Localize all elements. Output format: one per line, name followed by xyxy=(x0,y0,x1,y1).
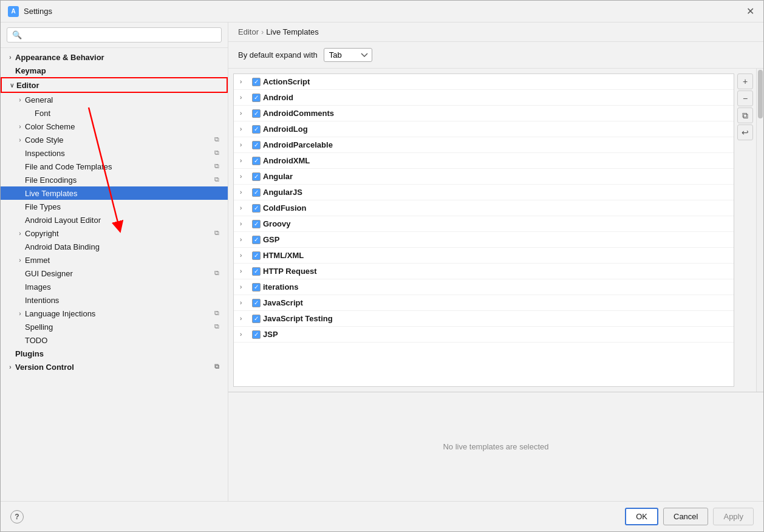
template-checkbox[interactable]: ✓ xyxy=(252,188,261,197)
template-checkbox[interactable]: ✓ xyxy=(252,330,261,339)
sidebar-item-version-control[interactable]: ›Version Control⧉ xyxy=(1,360,228,373)
template-chevron: › xyxy=(240,205,250,211)
sidebar-item-font[interactable]: ›Font xyxy=(1,106,228,120)
template-item[interactable]: › ✓ AndroidLog xyxy=(234,121,734,137)
tree-item-label: GUI Designer xyxy=(25,269,212,278)
template-item[interactable]: › ✓ AndroidParcelable xyxy=(234,137,734,153)
template-item[interactable]: › ✓ HTTP Request xyxy=(234,264,734,279)
main-content: ›Appearance & Behavior›Keymap∨Editor›Gen… xyxy=(1,22,763,501)
template-item[interactable]: › ✓ JavaScript xyxy=(234,295,734,311)
copy-template-button[interactable]: ⧉ xyxy=(737,107,753,123)
template-item[interactable]: › ✓ HTML/XML xyxy=(234,248,734,264)
template-item[interactable]: › ✓ iterations xyxy=(234,279,734,295)
sidebar-item-android-layout-editor[interactable]: ›Android Layout Editor xyxy=(1,213,228,227)
template-checkbox[interactable]: ✓ xyxy=(252,204,261,213)
template-label: JavaScript xyxy=(263,298,303,307)
tree-item-label: TODO xyxy=(25,336,223,345)
panel-toolbar: By default expand with Tab Enter Space xyxy=(228,42,763,69)
template-checkbox[interactable]: ✓ xyxy=(252,125,261,134)
sidebar-item-inspections[interactable]: ›Inspections⧉ xyxy=(1,146,228,160)
sidebar: ›Appearance & Behavior›Keymap∨Editor›Gen… xyxy=(1,22,228,501)
template-checkbox[interactable]: ✓ xyxy=(252,220,261,228)
sidebar-item-language-injections[interactable]: ›Language Injections⧉ xyxy=(1,307,228,320)
sidebar-item-appearance[interactable]: ›Appearance & Behavior xyxy=(1,50,228,64)
lower-panel: No live templates are selected xyxy=(228,392,763,501)
template-item[interactable]: › ✓ JSP xyxy=(234,327,734,343)
sidebar-item-plugins[interactable]: ›Plugins xyxy=(1,347,228,360)
sidebar-item-images[interactable]: ›Images xyxy=(1,280,228,293)
ok-button[interactable]: OK xyxy=(625,508,658,525)
template-chevron: › xyxy=(240,110,250,117)
template-chevron: › xyxy=(240,220,250,227)
template-item[interactable]: › ✓ AndroidXML xyxy=(234,153,734,169)
sidebar-item-general[interactable]: ›General xyxy=(1,93,228,106)
sidebar-tree: ›Appearance & Behavior›Keymap∨Editor›Gen… xyxy=(1,48,228,501)
template-checkbox[interactable]: ✓ xyxy=(252,236,261,244)
sidebar-item-file-types[interactable]: ›File Types xyxy=(1,200,228,213)
template-label: GSP xyxy=(263,235,279,244)
template-chevron: › xyxy=(240,157,250,164)
template-item[interactable]: › ✓ AngularJS xyxy=(234,185,734,200)
sidebar-item-editor[interactable]: ∨Editor xyxy=(1,77,228,93)
remove-template-button[interactable]: − xyxy=(737,90,753,106)
sidebar-item-color-scheme[interactable]: ›Color Scheme xyxy=(1,120,228,133)
undo-template-button[interactable]: ↩ xyxy=(737,124,753,140)
sidebar-item-todo[interactable]: ›TODO xyxy=(1,333,228,347)
help-button[interactable]: ? xyxy=(10,510,24,523)
expand-with-select[interactable]: Tab Enter Space xyxy=(324,48,372,62)
template-label: AndroidComments xyxy=(263,109,334,118)
template-checkbox[interactable]: ✓ xyxy=(252,94,261,102)
tree-item-label: Images xyxy=(25,282,223,292)
template-checkbox[interactable]: ✓ xyxy=(252,267,261,276)
close-button[interactable]: ✕ xyxy=(744,5,756,18)
template-checkbox[interactable]: ✓ xyxy=(252,157,261,165)
template-checkbox[interactable]: ✓ xyxy=(252,283,261,292)
sidebar-item-file-encodings[interactable]: ›File Encodings⧉ xyxy=(1,173,228,186)
tree-chevron: › xyxy=(15,121,25,131)
template-checkbox[interactable]: ✓ xyxy=(252,299,261,307)
sidebar-item-code-style[interactable]: ›Code Style⧉ xyxy=(1,133,228,146)
cancel-button[interactable]: Cancel xyxy=(663,508,708,525)
template-item[interactable]: › ✓ JavaScript Testing xyxy=(234,311,734,327)
template-label: Angular xyxy=(263,172,293,181)
template-label: AngularJS xyxy=(263,188,302,197)
sidebar-item-emmet[interactable]: ›Emmet xyxy=(1,253,228,267)
sidebar-item-spelling[interactable]: ›Spelling⧉ xyxy=(1,320,228,333)
template-item[interactable]: › ✓ ActionScript xyxy=(234,74,734,90)
template-checkbox[interactable]: ✓ xyxy=(252,315,261,323)
template-chevron: › xyxy=(240,268,250,275)
template-item[interactable]: › ✓ GSP xyxy=(234,232,734,248)
sidebar-item-keymap[interactable]: ›Keymap xyxy=(1,64,228,77)
template-chevron: › xyxy=(240,126,250,132)
template-checkbox[interactable]: ✓ xyxy=(252,251,261,260)
template-label: AndroidLog xyxy=(263,124,308,134)
template-chevron: › xyxy=(240,173,250,180)
search-input[interactable] xyxy=(7,27,222,43)
template-item[interactable]: › ✓ Groovy xyxy=(234,216,734,232)
breadcrumb-parent: Editor xyxy=(238,27,259,36)
sidebar-item-android-data-binding[interactable]: ›Android Data Binding xyxy=(1,240,228,253)
template-item[interactable]: › ✓ AndroidComments xyxy=(234,106,734,121)
apply-button[interactable]: Apply xyxy=(713,508,754,525)
template-chevron: › xyxy=(240,284,250,290)
template-checkbox[interactable]: ✓ xyxy=(252,172,261,181)
copy-icon: ⧉ xyxy=(214,322,223,331)
breadcrumb-separator: › xyxy=(261,27,264,36)
sidebar-item-intentions[interactable]: ›Intentions xyxy=(1,293,228,307)
sidebar-item-copyright[interactable]: ›Copyright⧉ xyxy=(1,227,228,240)
template-item[interactable]: › ✓ ColdFusion xyxy=(234,200,734,216)
template-label: HTTP Request xyxy=(263,267,317,276)
add-template-button[interactable]: + xyxy=(737,73,753,89)
template-item[interactable]: › ✓ Angular xyxy=(234,169,734,185)
tree-item-label: Inspections xyxy=(25,149,212,158)
sidebar-item-file-and-code-templates[interactable]: ›File and Code Templates⧉ xyxy=(1,160,228,173)
tree-item-label: Android Data Binding xyxy=(25,242,223,251)
template-checkbox[interactable]: ✓ xyxy=(252,141,261,149)
template-checkbox[interactable]: ✓ xyxy=(252,109,261,118)
scrollbar[interactable] xyxy=(756,69,763,392)
template-label: Android xyxy=(263,93,293,102)
template-checkbox[interactable]: ✓ xyxy=(252,78,261,86)
template-item[interactable]: › ✓ Android xyxy=(234,90,734,106)
sidebar-item-gui-designer[interactable]: ›GUI Designer⧉ xyxy=(1,267,228,280)
sidebar-item-live-templates[interactable]: ›Live Templates xyxy=(1,186,228,200)
